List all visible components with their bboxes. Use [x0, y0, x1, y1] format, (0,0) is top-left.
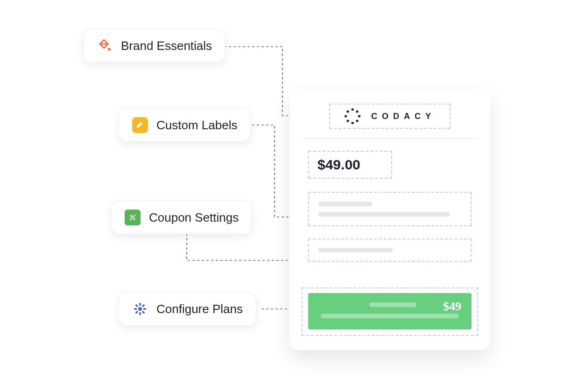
svg-rect-5 — [139, 312, 141, 315]
paint-fill-icon — [97, 38, 113, 54]
svg-point-14 — [358, 115, 360, 117]
feature-label: Configure Plans — [156, 302, 243, 316]
feature-label: Custom Labels — [156, 118, 237, 133]
feature-brand-essentials[interactable]: Brand Essentials — [83, 29, 226, 63]
brand-header-slot: CODACY — [329, 104, 451, 129]
checkout-preview-card: CODACY $49.00 $49 — [289, 90, 490, 350]
coupon-slot — [308, 238, 472, 262]
placeholder-bar — [321, 314, 458, 318]
divider — [302, 138, 478, 139]
svg-point-17 — [346, 119, 349, 122]
svg-point-12 — [351, 108, 353, 111]
svg-rect-6 — [134, 308, 137, 310]
plan-cta-price: $49 — [443, 300, 461, 314]
price-slot: $49.00 — [308, 151, 392, 179]
plan-slot: $49 — [302, 287, 478, 336]
plan-cta[interactable]: $49 — [308, 293, 472, 329]
svg-rect-10 — [135, 304, 138, 307]
svg-rect-9 — [135, 311, 138, 314]
labels-slot — [308, 192, 472, 226]
svg-point-0 — [108, 48, 111, 51]
placeholder-bar — [318, 212, 450, 217]
svg-rect-7 — [143, 308, 146, 310]
svg-rect-8 — [142, 304, 145, 307]
price-value: $49.00 — [317, 157, 360, 173]
brand-logo-icon — [344, 108, 361, 125]
svg-point-16 — [351, 122, 353, 124]
svg-point-15 — [356, 119, 358, 122]
feature-configure-plans[interactable]: Configure Plans — [119, 292, 256, 326]
svg-point-19 — [346, 110, 349, 112]
svg-point-18 — [345, 115, 347, 117]
brand-name: CODACY — [371, 112, 436, 121]
diagram-stage: Brand Essentials Custom Labels Coupon Se… — [0, 0, 564, 392]
svg-rect-4 — [139, 303, 141, 306]
placeholder-bar — [369, 302, 416, 307]
edit-chat-icon — [132, 117, 148, 133]
svg-point-13 — [356, 110, 358, 112]
feature-label: Brand Essentials — [121, 39, 212, 53]
svg-rect-11 — [142, 311, 145, 314]
svg-point-2 — [133, 218, 135, 220]
placeholder-bar — [318, 248, 393, 252]
coupon-icon — [125, 210, 141, 225]
svg-point-3 — [138, 307, 142, 311]
feature-label: Coupon Settings — [149, 210, 239, 225]
placeholder-bar — [318, 202, 373, 206]
feature-custom-labels[interactable]: Custom Labels — [119, 108, 251, 142]
gear-icon — [132, 301, 148, 317]
svg-point-1 — [130, 215, 132, 217]
feature-coupon-settings[interactable]: Coupon Settings — [111, 201, 252, 234]
